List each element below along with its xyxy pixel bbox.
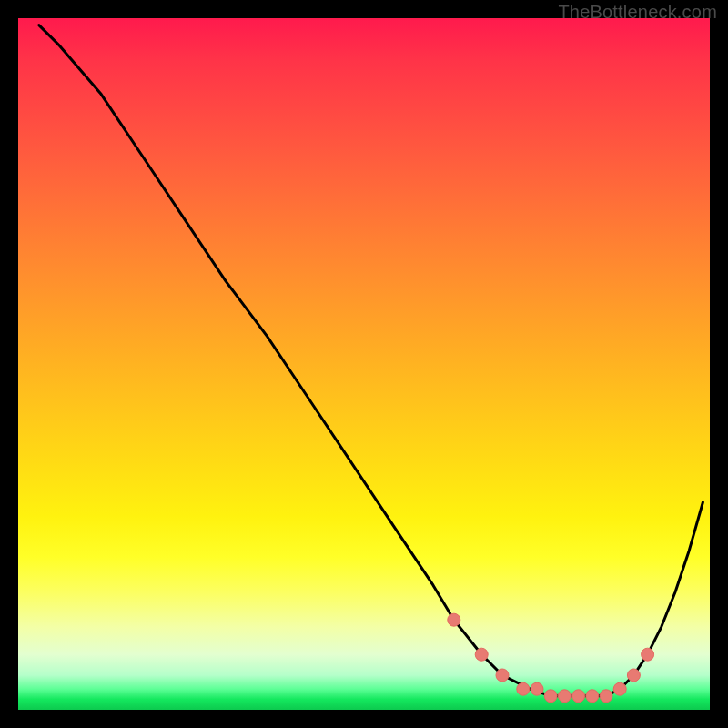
bottleneck-curve <box>39 25 703 696</box>
curve-layer <box>18 18 710 710</box>
optimal-markers <box>448 613 654 703</box>
optimal-dot <box>642 648 654 661</box>
chart-stage: TheBottleneck.com <box>0 0 728 728</box>
optimal-dot <box>448 613 460 626</box>
optimal-dot <box>627 669 640 682</box>
optimal-dot <box>600 690 612 703</box>
optimal-dot <box>496 669 509 682</box>
optimal-dot <box>475 648 488 661</box>
plot-area <box>18 18 710 710</box>
optimal-dot <box>613 682 626 695</box>
optimal-dot <box>531 682 543 695</box>
optimal-dot <box>544 690 557 703</box>
optimal-dot <box>517 682 530 695</box>
optimal-dot <box>558 690 571 703</box>
optimal-dot <box>572 690 585 703</box>
optimal-dot <box>586 690 599 703</box>
